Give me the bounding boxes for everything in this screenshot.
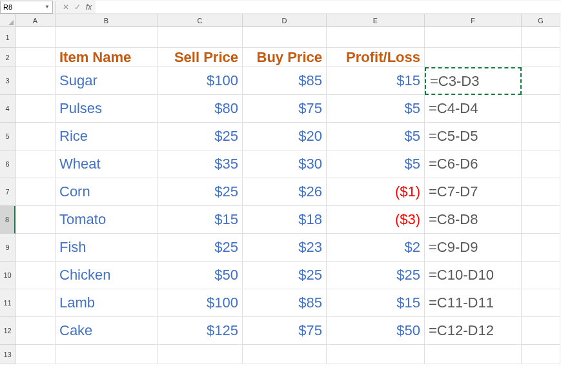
cell-E2[interactable]: Profit/Loss xyxy=(327,48,425,67)
cell-G4[interactable] xyxy=(522,95,560,123)
cell-A1[interactable] xyxy=(15,27,56,48)
cell-D8[interactable]: $18 xyxy=(243,206,327,234)
cell-B7[interactable]: Corn xyxy=(56,178,158,206)
cell-D12[interactable]: $75 xyxy=(243,317,327,345)
row-header-13[interactable]: 13 xyxy=(0,345,15,364)
cell-G1[interactable] xyxy=(522,27,560,48)
cell-E13[interactable] xyxy=(327,345,425,364)
column-header-F[interactable]: F xyxy=(425,14,522,27)
row-header-11[interactable]: 11 xyxy=(0,289,15,317)
cell-C8[interactable]: $15 xyxy=(158,206,243,234)
cell-A3[interactable] xyxy=(15,67,56,95)
cell-E12[interactable]: $50 xyxy=(327,317,425,345)
column-header-E[interactable]: E xyxy=(327,14,425,27)
row-header-12[interactable]: 12 xyxy=(0,317,15,345)
cell-E8[interactable]: ($3) xyxy=(327,206,425,234)
cell-C5[interactable]: $25 xyxy=(158,123,243,150)
cell-A4[interactable] xyxy=(15,95,56,123)
row-header-1[interactable]: 1 xyxy=(0,27,15,48)
cell-E5[interactable]: $5 xyxy=(327,123,425,150)
cell-A8[interactable] xyxy=(15,206,56,234)
cell-F6[interactable]: =C6-D6 xyxy=(425,150,522,178)
cell-G8[interactable] xyxy=(522,206,560,234)
cell-F7[interactable]: =C7-D7 xyxy=(425,178,522,206)
cell-F11[interactable]: =C11-D11 xyxy=(425,289,522,317)
cell-E9[interactable]: $2 xyxy=(327,234,425,262)
cell-G6[interactable] xyxy=(522,150,560,178)
cell-F3[interactable]: =C3-D3 xyxy=(425,67,522,95)
cell-B10[interactable]: Chicken xyxy=(56,262,158,289)
cell-A2[interactable] xyxy=(15,48,56,67)
cell-D10[interactable]: $25 xyxy=(243,262,327,289)
cell-E11[interactable]: $15 xyxy=(327,289,425,317)
cell-D4[interactable]: $75 xyxy=(243,95,327,123)
cell-B8[interactable]: Tomato xyxy=(56,206,158,234)
column-header-D[interactable]: D xyxy=(243,14,327,27)
row-header-6[interactable]: 6 xyxy=(0,150,15,178)
name-box[interactable]: R8 ▼ xyxy=(0,1,53,14)
row-header-7[interactable]: 7 xyxy=(0,178,15,206)
cell-B1[interactable] xyxy=(56,27,158,48)
cell-G9[interactable] xyxy=(522,234,560,262)
cell-A11[interactable] xyxy=(15,289,56,317)
cell-D3[interactable]: $85 xyxy=(243,67,327,95)
cell-A12[interactable] xyxy=(15,317,56,345)
row-header-3[interactable]: 3 xyxy=(0,67,15,95)
row-header-4[interactable]: 4 xyxy=(0,95,15,123)
cell-B5[interactable]: Rice xyxy=(56,123,158,150)
cell-B3[interactable]: Sugar xyxy=(56,67,158,95)
cell-C7[interactable]: $25 xyxy=(158,178,243,206)
cell-F8[interactable]: =C8-D8 xyxy=(425,206,522,234)
cell-E10[interactable]: $25 xyxy=(327,262,425,289)
cell-F13[interactable] xyxy=(425,345,522,364)
cell-C6[interactable]: $35 xyxy=(158,150,243,178)
cell-D11[interactable]: $85 xyxy=(243,289,327,317)
cell-G10[interactable] xyxy=(522,262,560,289)
row-header-2[interactable]: 2 xyxy=(0,48,15,67)
cell-A7[interactable] xyxy=(15,178,56,206)
row-header-5[interactable]: 5 xyxy=(0,123,15,150)
cell-E3[interactable]: $15 xyxy=(327,67,425,95)
cell-G12[interactable] xyxy=(522,317,560,345)
cell-D6[interactable]: $30 xyxy=(243,150,327,178)
cell-G7[interactable] xyxy=(522,178,560,206)
cell-A9[interactable] xyxy=(15,234,56,262)
cell-A13[interactable] xyxy=(15,345,56,364)
cell-A5[interactable] xyxy=(15,123,56,150)
cell-B6[interactable]: Wheat xyxy=(56,150,158,178)
cell-C10[interactable]: $50 xyxy=(158,262,243,289)
cell-C13[interactable] xyxy=(158,345,243,364)
column-header-B[interactable]: B xyxy=(56,14,158,27)
cell-D13[interactable] xyxy=(243,345,327,364)
chevron-down-icon[interactable]: ▼ xyxy=(45,4,50,10)
cell-B11[interactable]: Lamb xyxy=(56,289,158,317)
cell-F9[interactable]: =C9-D9 xyxy=(425,234,522,262)
cell-D5[interactable]: $20 xyxy=(243,123,327,150)
cell-C3[interactable]: $100 xyxy=(158,67,243,95)
cell-C2[interactable]: Sell Price xyxy=(158,48,243,67)
cell-D7[interactable]: $26 xyxy=(243,178,327,206)
cell-D1[interactable] xyxy=(243,27,327,48)
cell-F2[interactable] xyxy=(425,48,522,67)
formula-input[interactable] xyxy=(96,1,561,14)
cell-B9[interactable]: Fish xyxy=(56,234,158,262)
cell-B12[interactable]: Cake xyxy=(56,317,158,345)
cell-G11[interactable] xyxy=(522,289,560,317)
cell-G2[interactable] xyxy=(522,48,560,67)
cell-D2[interactable]: Buy Price xyxy=(243,48,327,67)
cell-A6[interactable] xyxy=(15,150,56,178)
cell-E6[interactable]: $5 xyxy=(327,150,425,178)
cell-G3[interactable] xyxy=(522,67,560,95)
fx-icon[interactable]: fx xyxy=(86,3,92,12)
row-header-8[interactable]: 8 xyxy=(0,206,15,234)
cell-C1[interactable] xyxy=(158,27,243,48)
cell-E4[interactable]: $5 xyxy=(327,95,425,123)
cell-F10[interactable]: =C10-D10 xyxy=(425,262,522,289)
cell-E1[interactable] xyxy=(327,27,425,48)
cell-C9[interactable]: $25 xyxy=(158,234,243,262)
cell-C11[interactable]: $100 xyxy=(158,289,243,317)
cell-G13[interactable] xyxy=(522,345,560,364)
select-all-corner[interactable] xyxy=(0,14,15,27)
cell-F12[interactable]: =C12-D12 xyxy=(425,317,522,345)
cell-C4[interactable]: $80 xyxy=(158,95,243,123)
